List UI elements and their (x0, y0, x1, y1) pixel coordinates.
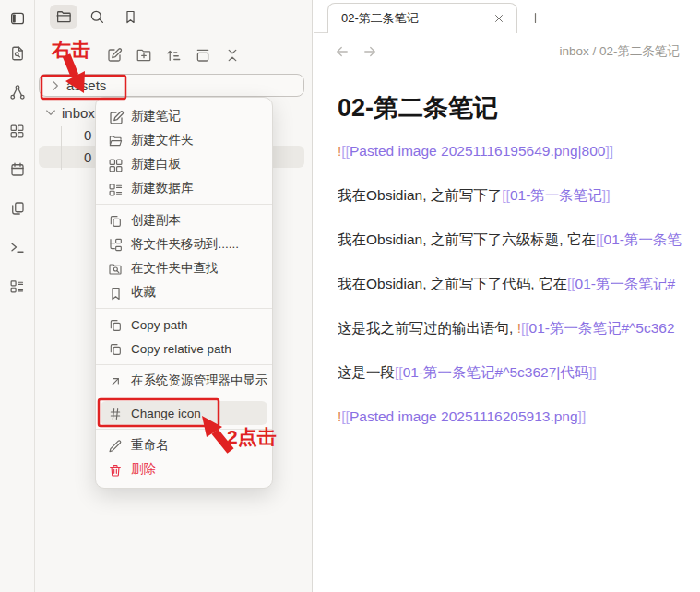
close-icon[interactable] (491, 10, 507, 27)
arrow-up-right-icon (108, 374, 122, 388)
note-text: 这是一段 (338, 364, 395, 380)
menu-item-new-database[interactable]: 新建数据库 (96, 176, 272, 200)
internal-link[interactable]: 01-第一条笔记 (510, 187, 602, 203)
panel-top-button[interactable] (192, 44, 214, 66)
note-line: 这是一段[[01-第一条笔记#^5c3627|代码]] (338, 350, 700, 395)
note-line: 我在Obsidian, 之前写下了代码, 它在[[01-第一条笔记# (338, 262, 700, 306)
sidebar-tab-search[interactable] (83, 5, 111, 29)
link-syntax: ]] (578, 408, 587, 424)
graph-ribbon-button[interactable] (6, 81, 29, 103)
graph-icon (9, 84, 26, 101)
tab-active-note[interactable]: 02-第二条笔记 (327, 3, 517, 33)
panel-top-icon (195, 47, 211, 64)
internal-link[interactable]: 01-第一条笔记# (575, 276, 676, 291)
menu-item-rename[interactable]: 重命名 (96, 433, 272, 457)
internal-link[interactable]: 01-第一条笔 (604, 231, 682, 247)
new-folder-button[interactable] (133, 44, 155, 66)
menu-item-search-in-folder[interactable]: 在文件夹中查找 (96, 256, 272, 280)
internal-link[interactable]: 01-第一条笔记#^5c3627|代码 (403, 364, 589, 380)
pencil-icon (108, 439, 122, 453)
left-ribbon (0, 0, 35, 592)
internal-link[interactable]: Pasted image 20251116195649.png|800 (350, 143, 606, 159)
view-header: inbox / 02-第二条笔记 (314, 33, 700, 70)
note-line: ![[Pasted image 20251116195649.png|800]] (338, 129, 700, 173)
link-syntax: [[ (395, 364, 403, 380)
files-ribbon-button[interactable] (6, 197, 29, 219)
canvas-icon (108, 158, 122, 172)
menu-item-copy-path[interactable]: Copy path (96, 313, 272, 337)
new-folder-icon (136, 47, 152, 64)
menu-item-delete[interactable]: 删除 (96, 457, 272, 481)
copy-icon (108, 214, 122, 228)
tabbar-edge-line (314, 32, 328, 33)
trash-icon (108, 463, 122, 477)
menu-item-show-in-explorer[interactable]: 在系统资源管理器中显示 (96, 369, 272, 393)
note-line: 我在Obsidian, 之前写下了[[01-第一条笔记]] (338, 173, 700, 218)
menu-item-label: 收藏 (131, 284, 156, 301)
menu-item-new-note[interactable]: 新建笔记 (96, 104, 272, 128)
bookmark-icon (123, 9, 138, 25)
menu-item-label: 在系统资源管理器中显示 (131, 373, 268, 389)
sidebar-tab-bookmarks[interactable] (116, 5, 144, 29)
link-syntax: ]] (602, 187, 611, 203)
link-syntax: [[ (521, 320, 529, 336)
new-tab-button[interactable] (525, 7, 545, 28)
folder-icon (55, 8, 72, 25)
note-text: 我在Obsidian, 之前写下了代码, 它在 (338, 276, 567, 291)
file-search-ribbon-button[interactable] (6, 42, 29, 65)
menu-item-label: 在文件夹中查找 (131, 260, 219, 277)
new-note-button[interactable] (103, 44, 125, 66)
collapse-all-button[interactable] (221, 44, 243, 66)
menu-item-duplicate[interactable]: 创建副本 (96, 208, 272, 232)
collapse-all-icon (224, 47, 241, 64)
note-text: 这是我之前写过的输出语句, (338, 320, 517, 336)
tree-item-label: 0 (84, 127, 91, 143)
search-icon (89, 8, 105, 25)
nav-back-icon[interactable] (334, 43, 350, 60)
folder-assets[interactable]: assets (39, 74, 304, 97)
menu-item-change-icon[interactable]: Change icon (101, 401, 267, 425)
terminal-icon (9, 239, 26, 255)
menu-item-new-canvas[interactable]: 新建白板 (96, 152, 272, 176)
editor-pane: 02-第二条笔记 inbox / 02-第二条笔记 02-第二条笔记 ![[Pa… (314, 0, 700, 592)
chevron-right-icon (48, 78, 63, 93)
sort-icon (165, 47, 182, 64)
link-syntax: [[ (596, 231, 604, 247)
link-syntax: ]] (588, 364, 597, 380)
chevron-down-icon (43, 105, 58, 120)
link-syntax: [[ (567, 276, 575, 291)
tree-item-label: assets (66, 77, 106, 93)
files-icon (9, 200, 26, 217)
sidebar-toggle-button[interactable] (6, 7, 29, 30)
nav-forward-icon[interactable] (362, 43, 378, 60)
terminal-ribbon-button[interactable] (6, 236, 29, 258)
database-icon (9, 278, 25, 294)
menu-item-label: 创建副本 (131, 212, 181, 229)
breadcrumb: inbox / 02-第二条笔记 (559, 43, 680, 60)
calendar-ribbon-button[interactable] (6, 159, 29, 181)
menu-item-move-folder[interactable]: 将文件夹移动到...... (96, 232, 272, 256)
internal-link[interactable]: Pasted image 20251116205913.png (350, 408, 578, 424)
tab-title: 02-第二条笔记 (341, 10, 491, 27)
note-text: 我在Obsidian, 之前写下了六级标题, 它在 (338, 231, 596, 247)
calendar-icon (9, 161, 26, 178)
sidebar-tab-files[interactable] (50, 5, 77, 29)
note-content: 02-第二条笔记 ![[Pasted image 20251116195649.… (314, 70, 700, 592)
database-ribbon-button[interactable] (6, 275, 29, 297)
menu-item-bookmark[interactable]: 收藏 (96, 280, 272, 304)
link-syntax: [[ (341, 143, 350, 159)
menu-item-label: 新建数据库 (131, 180, 194, 196)
internal-link[interactable]: 01-第一条笔记#^5c362 (529, 320, 675, 336)
folder-open-icon (108, 134, 122, 148)
sort-button[interactable] (162, 44, 184, 66)
canvas-ribbon-button[interactable] (6, 120, 29, 142)
note-line: ![[Pasted image 20251116205913.png]] (338, 395, 700, 439)
menu-item-label: Copy relative path (131, 342, 231, 356)
menu-item-label: Copy path (131, 318, 188, 332)
menu-divider (96, 308, 272, 309)
menu-item-copy-relative-path[interactable]: Copy relative path (96, 337, 272, 361)
menu-item-new-folder[interactable]: 新建文件夹 (96, 128, 272, 152)
menu-item-label: 新建白板 (131, 156, 181, 172)
menu-divider (96, 364, 272, 365)
note-line: 这是我之前写过的输出语句, ![[01-第一条笔记#^5c362 (338, 306, 700, 350)
